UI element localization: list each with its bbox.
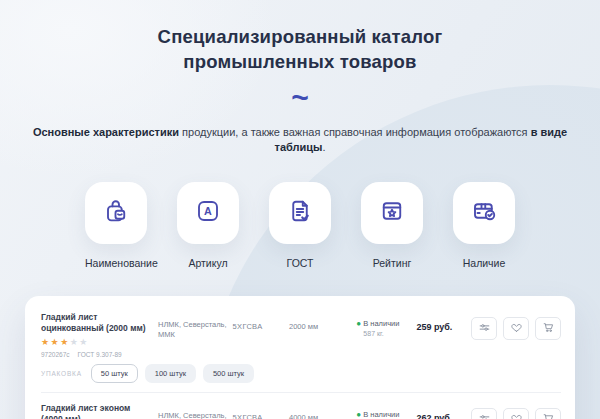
feature-rating: Рейтинг bbox=[361, 182, 423, 269]
product-name: Гладкий лист оцинкованный (2000 мм) bbox=[41, 312, 152, 334]
grade-cell: 5ХГСВА bbox=[233, 312, 289, 331]
feature-article: A Артикул bbox=[177, 182, 239, 269]
article-code: 9720267с bbox=[41, 351, 70, 358]
row-main: Гладкий лист оцинкованный (2000 мм) ★★★★… bbox=[41, 312, 561, 358]
feature-stock-card bbox=[453, 182, 515, 244]
feature-cards-row: Наименование A Артикул bbox=[0, 182, 600, 269]
page-title: Специализированный каталог промышленных … bbox=[0, 24, 600, 74]
compare-button[interactable] bbox=[471, 408, 497, 419]
favorite-button[interactable] bbox=[503, 317, 529, 340]
star-frame-icon bbox=[377, 196, 407, 230]
stock-status: В наличии bbox=[363, 410, 399, 419]
stock-cell: ●В наличии 109 кг. bbox=[356, 403, 416, 419]
feature-name: Наименование bbox=[85, 182, 147, 269]
grade-cell: 5ХГСВА bbox=[233, 403, 289, 419]
compare-icon bbox=[478, 411, 491, 419]
feature-name-label: Наименование bbox=[85, 257, 147, 269]
manufacturers-cell: НЛМК, Северсталь, ММК bbox=[158, 403, 233, 419]
product-cell: Гладкий лист оцинкованный (2000 мм) ★★★★… bbox=[41, 312, 152, 358]
feature-stock: Наличие bbox=[453, 182, 515, 269]
page-title-line1: Специализированный каталог bbox=[158, 26, 443, 47]
feature-article-card: A bbox=[177, 182, 239, 244]
row-main: Гладкий лист эконом (4000 мм) ★★★★★ 45б1… bbox=[41, 403, 561, 419]
packaging-option-500[interactable]: 500 штук bbox=[203, 364, 254, 383]
feature-gost: ГОСТ bbox=[269, 182, 331, 269]
manufacturers-cell: НЛМК, Северсталь, ММК bbox=[158, 312, 233, 339]
row-actions bbox=[471, 403, 561, 419]
feature-rating-label: Рейтинг bbox=[361, 257, 423, 269]
feature-name-card bbox=[85, 182, 147, 244]
stock-dot-icon: ● bbox=[356, 410, 361, 419]
stock-dot-icon: ● bbox=[356, 319, 361, 328]
cart-button[interactable] bbox=[535, 317, 561, 340]
size-cell: 4000 мм bbox=[289, 403, 356, 419]
price-cell: 259 руб. bbox=[416, 312, 471, 332]
heart-icon bbox=[510, 320, 523, 338]
product-name: Гладкий лист эконом (4000 мм) bbox=[41, 403, 152, 419]
box-check-icon bbox=[469, 196, 499, 230]
products-table: Гладкий лист оцинкованный (2000 мм) ★★★★… bbox=[25, 296, 575, 419]
tilde-divider: ~ bbox=[0, 83, 600, 113]
compare-icon bbox=[478, 320, 491, 338]
stock-status: В наличии bbox=[363, 319, 399, 328]
page-title-line2: промышленных товаров bbox=[183, 51, 416, 72]
feature-article-label: Артикул bbox=[177, 257, 239, 269]
table-row: Гладкий лист эконом (4000 мм) ★★★★★ 45б1… bbox=[41, 392, 561, 419]
description-tail: . bbox=[322, 141, 325, 153]
stock-amount: 587 кг. bbox=[363, 329, 416, 339]
feature-gost-label: ГОСТ bbox=[269, 257, 331, 269]
feature-stock-label: Наличие bbox=[453, 257, 515, 269]
document-check-icon bbox=[285, 196, 315, 230]
letter-a-icon: A bbox=[193, 196, 223, 230]
cart-icon bbox=[542, 320, 555, 338]
packaging-label: УПАКОВКА bbox=[41, 370, 82, 377]
price-cell: 262 руб. bbox=[416, 403, 471, 419]
svg-text:A: A bbox=[204, 205, 212, 217]
cart-button[interactable] bbox=[535, 408, 561, 419]
packaging-option-50[interactable]: 50 штук bbox=[91, 364, 138, 383]
cart-icon bbox=[542, 411, 555, 419]
feature-gost-card bbox=[269, 182, 331, 244]
packaging-row: УПАКОВКА 50 штук 100 штук 500 штук bbox=[41, 364, 561, 383]
size-cell: 2000 мм bbox=[289, 312, 356, 331]
row-actions bbox=[471, 312, 561, 340]
feature-rating-card bbox=[361, 182, 423, 244]
packaging-option-100[interactable]: 100 штук bbox=[145, 364, 196, 383]
compare-button[interactable] bbox=[471, 317, 497, 340]
heart-icon bbox=[510, 411, 523, 419]
hero-section: Специализированный каталог промышленных … bbox=[0, 0, 600, 155]
bag-icon bbox=[101, 196, 131, 230]
stock-cell: ●В наличии 587 кг. bbox=[356, 312, 416, 339]
description-mid: продукции, а также важная справочная инф… bbox=[179, 126, 531, 138]
favorite-button[interactable] bbox=[503, 408, 529, 419]
product-cell: Гладкий лист эконом (4000 мм) ★★★★★ 45б1… bbox=[41, 403, 152, 419]
table-row: Гладкий лист оцинкованный (2000 мм) ★★★★… bbox=[41, 308, 561, 383]
description-text: Основные характеристики продукции, а так… bbox=[0, 125, 600, 155]
gost-code: ГОСТ 9.307-89 bbox=[78, 351, 122, 358]
rating-stars: ★★★★★ bbox=[41, 337, 152, 347]
product-codes: 9720267с ГОСТ 9.307-89 bbox=[41, 351, 152, 358]
description-bold-1: Основные характеристики bbox=[33, 126, 179, 138]
